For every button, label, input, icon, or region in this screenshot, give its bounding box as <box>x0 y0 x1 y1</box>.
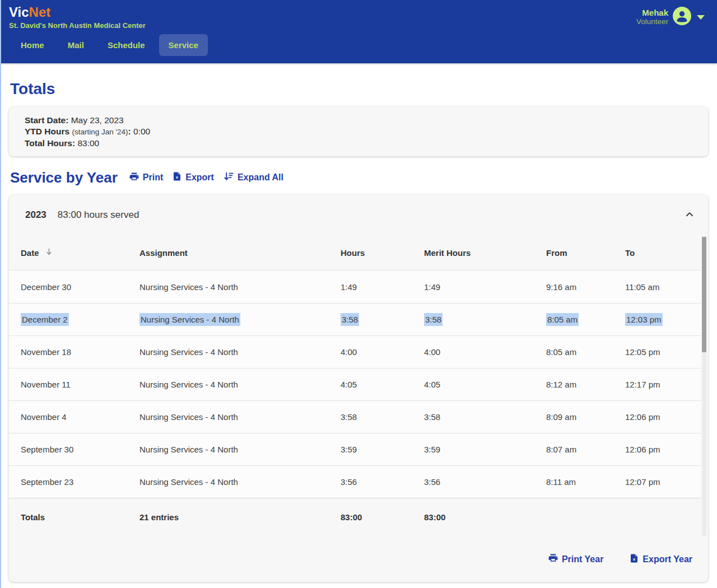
print-label: Print <box>143 172 163 183</box>
cell-assignment: Nursing Services - 4 North <box>139 412 238 422</box>
cell-to: 12:17 pm <box>625 380 660 389</box>
cell-assignment: Nursing Services - 4 North <box>139 380 238 389</box>
vicnet-logo[interactable]: VicNet <box>9 5 717 20</box>
sort-descending-icon <box>44 247 54 258</box>
service-by-year-title: Service by Year <box>10 169 118 186</box>
ytd-separator: : <box>128 127 131 136</box>
cell-merit-hours: 4:05 <box>424 380 440 389</box>
cell-assignment: Nursing Services - 4 North <box>139 347 238 357</box>
cell-to: 12:03 pm <box>625 313 663 326</box>
main-nav: Home Mail Schedule Service <box>11 34 717 56</box>
cell-to: 12:06 pm <box>625 412 660 422</box>
cell-to: 12:07 pm <box>625 477 660 487</box>
column-header-from: From <box>546 248 625 258</box>
cell-from: 8:09 am <box>546 412 576 422</box>
top-navigation-bar: VicNet St. David's North Austin Medical … <box>0 0 717 63</box>
cell-hours: 1:49 <box>341 282 357 292</box>
export-button[interactable]: x Export <box>167 169 218 186</box>
user-menu[interactable]: Mehak Volunteer <box>636 7 705 27</box>
table-header-row: Date Assignment Hours Merit Hours From T… <box>9 235 701 270</box>
service-by-year-header: Service by Year Print x Export Expand Al… <box>10 169 708 186</box>
export-label: Export <box>185 172 214 183</box>
cell-date: September 30 <box>21 445 73 454</box>
ytd-hours-value: 0:00 <box>133 127 150 136</box>
expand-all-icon <box>223 171 234 184</box>
total-hours-value: 83:00 <box>77 138 99 148</box>
cell-to: 11:05 am <box>625 282 659 292</box>
cell-hours: 4:05 <box>341 380 357 389</box>
table-scrollbar-thumb[interactable] <box>702 237 706 352</box>
organization-name: St. David's North Austin Medical Center <box>9 21 717 30</box>
cell-to: 12:06 pm <box>625 445 660 454</box>
print-year-button[interactable]: Print Year <box>543 550 608 568</box>
printer-icon <box>129 171 139 184</box>
user-name: Mehak <box>636 8 668 17</box>
table-row: September 30 Nursing Services - 4 North … <box>9 433 701 465</box>
print-button[interactable]: Print <box>124 169 167 186</box>
year-2023-card: 2023 83:00 hours served Date Assignment … <box>9 195 708 582</box>
brand-secondary-text: Net <box>29 4 51 20</box>
caret-down-icon[interactable] <box>697 15 705 20</box>
cell-from: 8:05 am <box>546 313 579 326</box>
cell-date: November 18 <box>21 347 71 357</box>
nav-item-schedule[interactable]: Schedule <box>98 34 155 56</box>
user-avatar-icon[interactable] <box>673 7 691 27</box>
cell-merit-hours: 1:49 <box>424 282 440 292</box>
chevron-up-icon <box>683 208 696 222</box>
year-accordion-header[interactable]: 2023 83:00 hours served <box>9 195 708 235</box>
page-content: Totals Start Date: May 23, 2023 YTD Hour… <box>0 80 717 582</box>
ytd-hours-line: YTD Hours (starting Jan '24): 0:00 <box>25 126 692 138</box>
totals-row-label: Totals <box>21 512 139 522</box>
total-hours-label: Total Hours: <box>25 138 75 148</box>
export-year-label: Export Year <box>642 554 692 564</box>
start-date-line: Start Date: May 23, 2023 <box>25 115 692 126</box>
service-table: Date Assignment Hours Merit Hours From T… <box>9 235 708 536</box>
table-scrollbar-track[interactable] <box>702 236 706 536</box>
cell-date: December 30 <box>21 282 71 292</box>
date-column-label: Date <box>21 248 39 258</box>
ytd-hours-note: (starting Jan '24) <box>72 128 128 136</box>
cell-hours: 3:59 <box>341 445 357 454</box>
cell-assignment: Nursing Services - 4 North <box>139 313 240 326</box>
table-totals-row: Totals 21 entries 83:00 83:00 <box>9 498 701 536</box>
start-date-value: May 23, 2023 <box>71 115 124 125</box>
user-role: Volunteer <box>636 17 668 26</box>
printer-icon <box>548 553 558 566</box>
export-year-button[interactable]: x Export Year <box>625 551 697 568</box>
column-header-assignment: Assignment <box>139 248 341 258</box>
table-row: November 11 Nursing Services - 4 North 4… <box>9 368 701 400</box>
cell-to: 12:05 pm <box>625 347 660 357</box>
year-label: 2023 <box>25 209 46 221</box>
column-header-date[interactable]: Date <box>21 247 139 258</box>
cell-from: 8:12 am <box>546 380 576 389</box>
cell-merit-hours: 3:58 <box>424 313 443 326</box>
column-header-merit-hours: Merit Hours <box>424 248 546 258</box>
cell-merit-hours: 3:56 <box>424 477 440 487</box>
column-header-hours: Hours <box>341 248 424 258</box>
year-hours-summary: 83:00 hours served <box>58 209 139 221</box>
cell-from: 8:07 am <box>546 445 576 454</box>
cell-hours: 4:00 <box>341 347 357 357</box>
column-header-to: To <box>625 248 690 258</box>
cell-hours: 3:56 <box>341 477 357 487</box>
brand-primary-text: Vic <box>9 4 29 20</box>
table-row: December 30 Nursing Services - 4 North 1… <box>9 270 701 303</box>
cell-date: September 23 <box>21 477 73 487</box>
cell-from: 8:11 am <box>546 477 576 487</box>
ytd-hours-label: YTD Hours <box>25 127 69 136</box>
table-row: November 4 Nursing Services - 4 North 3:… <box>9 400 701 433</box>
nav-item-mail[interactable]: Mail <box>58 34 94 56</box>
start-date-label: Start Date: <box>25 115 68 125</box>
totals-summary-card: Start Date: May 23, 2023 YTD Hours (star… <box>9 107 708 156</box>
nav-item-service[interactable]: Service <box>159 34 208 56</box>
cell-merit-hours: 3:58 <box>424 412 440 422</box>
nav-item-home[interactable]: Home <box>11 34 54 56</box>
cell-assignment: Nursing Services - 4 North <box>139 477 238 487</box>
cell-hours: 3:58 <box>341 313 359 326</box>
table-row-selected: December 2 Nursing Services - 4 North 3:… <box>9 303 701 335</box>
cell-hours: 3:58 <box>341 412 357 422</box>
cell-from: 8:05 am <box>546 347 576 357</box>
collapse-year-button[interactable] <box>683 208 696 222</box>
expand-all-button[interactable]: Expand All <box>218 169 288 186</box>
cell-assignment: Nursing Services - 4 North <box>139 282 238 292</box>
